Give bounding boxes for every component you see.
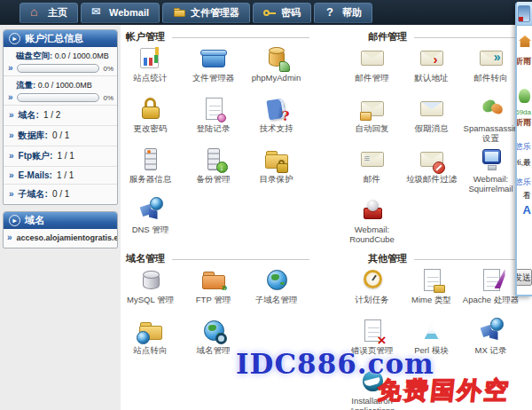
app-label: 邮件管理 — [356, 74, 389, 83]
monitor-stand-icon — [488, 165, 497, 170]
roundcube-icon — [357, 197, 387, 224]
lock-badge-icon — [277, 163, 288, 173]
envelope-vacation-icon — [417, 96, 447, 122]
app-webmail-roundcube[interactable]: Webmail: RoundCube — [342, 196, 402, 247]
app-login-records[interactable]: 登陆记录 — [182, 95, 245, 146]
globe-gear-icon — [199, 318, 229, 344]
nav-tab-label: 主页 — [48, 6, 67, 20]
app-label: 更改密码 — [134, 124, 168, 134]
section-rule — [414, 37, 520, 38]
bullet-arrow-icon: » — [8, 93, 13, 102]
folder-globe-icon — [136, 318, 166, 344]
app-cron-jobs[interactable]: 计划任务 — [342, 266, 402, 317]
app-label: 目录保护 — [260, 175, 293, 185]
section-other-management: 其他管理 计划任务 Mime 类型 Apache 处理器 错误页管理 Perl … — [342, 252, 520, 410]
stat-value: 0 / 1 — [52, 189, 69, 199]
app-ftp-manager[interactable]: FTP 管理 — [182, 266, 245, 317]
chat-fragment: Hi,最 — [515, 158, 531, 168]
app-tech-support[interactable]: 技术支持 — [245, 95, 308, 146]
app-installatron[interactable]: Installatron Applications — [342, 367, 402, 410]
nav-tab-home[interactable]: 主页 — [20, 3, 78, 23]
folder-lock-icon — [262, 146, 292, 173]
nav-tab-label: 文件管理器 — [191, 6, 239, 20]
envelope-icon — [357, 45, 387, 72]
globe-badge-icon — [137, 331, 150, 344]
app-grid: 邮件管理 默认地址 邮件转向 自动回复 假期消息 Spamassassin 设置… — [342, 44, 520, 247]
app-apache-handlers[interactable]: Apache 处理器 — [461, 266, 520, 317]
app-mail-manager[interactable]: 邮件管理 — [342, 44, 402, 95]
globe-badge-icon — [150, 197, 163, 210]
app-spamassassin-settings[interactable]: Spamassassin 设置 — [461, 95, 520, 146]
section-rule — [414, 259, 520, 260]
app-label: 计划任务 — [356, 296, 389, 305]
nav-tab-password[interactable]: 密码 — [253, 3, 311, 23]
app-file-manager[interactable]: 文件管理器 — [182, 44, 245, 95]
app-change-password[interactable]: 更改密码 — [119, 95, 182, 146]
app-default-address[interactable]: 默认地址 — [402, 44, 461, 95]
app-domain-manager[interactable]: 域名管理 — [182, 317, 245, 367]
app-spam-filter[interactable]: 垃圾邮件过滤 — [402, 146, 461, 196]
app-dns-manager[interactable]: DNS 管理 — [119, 196, 182, 247]
monitor-icon — [476, 146, 506, 173]
section-mail-management: 邮件管理 邮件管理 默认地址 邮件转向 自动回复 假期消息 Spamassass… — [342, 30, 520, 247]
app-label: 服务器信息 — [129, 175, 172, 185]
app-mail[interactable]: 邮件 — [342, 146, 402, 196]
sail-badge-icon — [279, 61, 290, 72]
nav-tab-file-manager[interactable]: 文件管理器 — [162, 3, 250, 23]
nav-tab-webmail[interactable]: Webmail — [81, 3, 160, 23]
qq-titlebar[interactable] — [517, 2, 532, 26]
chat-font-button[interactable]: A — [523, 203, 531, 217]
app-directory-protection[interactable]: 目录保护 — [245, 146, 308, 196]
section-title: 邮件管理 — [368, 30, 407, 43]
app-site-redirect[interactable]: 站点转向 — [119, 317, 182, 367]
domain-item[interactable]: » acceso.alojamientogratis.es — [4, 229, 117, 248]
app-grid: MySQL 管理 FTP 管理 子域名管理 站点转向 域名管理 — [119, 266, 309, 367]
section-account-management: 帐户管理 站点统计 文件管理器 phpMyAdmin 更改密码 登陆记录 技术支… — [119, 30, 309, 247]
nav-tab-label: 密码 — [281, 6, 301, 20]
green-arrow-badge-icon — [222, 282, 228, 293]
stat-row-emails: » E-Mails: 1 / 1 — [4, 167, 117, 185]
spamassassin-icon — [476, 96, 506, 122]
app-webmail-squirrelmail[interactable]: Webmail: Squirrelmail — [461, 146, 520, 196]
app-mysql-manager[interactable]: MySQL 管理 — [119, 266, 182, 317]
stat-row-domains: » 域名: 1 / 2 — [4, 106, 117, 126]
red-arrow-badge-icon — [434, 52, 438, 66]
bullet-arrow-icon: » — [9, 171, 14, 180]
lines-badge-icon — [364, 154, 370, 163]
server-backup-icon — [199, 146, 229, 173]
traffic-percent: 0% — [103, 94, 113, 102]
app-error-pages[interactable]: 错误页管理 — [342, 317, 402, 367]
app-perl-modules[interactable]: Perl 模块 — [402, 317, 461, 367]
app-vacation-message[interactable]: 假期消息 — [402, 95, 461, 146]
app-mail-forwarding[interactable]: 邮件转向 — [461, 44, 520, 95]
app-subdomain-manager[interactable]: 子域名管理 — [245, 266, 308, 317]
document-icon — [199, 96, 229, 122]
app-server-info[interactable]: 服务器信息 — [119, 146, 182, 196]
app-site-statistics[interactable]: 站点统计 — [119, 44, 182, 95]
avatar-icon — [519, 89, 530, 103]
computer-globe-icon — [476, 318, 506, 344]
app-label: 域名管理 — [197, 346, 231, 356]
app-mime-types[interactable]: Mime 类型 — [402, 266, 461, 317]
app-auto-reply[interactable]: 自动回复 — [342, 95, 402, 146]
chart-icon — [136, 45, 166, 72]
document-feather-icon — [476, 267, 506, 294]
app-label: Spamassassin 设置 — [461, 124, 520, 144]
document-x-icon — [357, 318, 387, 344]
app-phpmyadmin[interactable]: phpMyAdmin — [245, 44, 308, 95]
section-rule — [172, 37, 309, 38]
gear-badge-icon — [215, 333, 227, 344]
app-mx-records[interactable]: MX 记录 — [461, 317, 520, 367]
section-title: 其他管理 — [368, 252, 407, 265]
chat-fragment: 看 — [523, 191, 531, 201]
house-icon — [519, 35, 531, 47]
app-backup-manager[interactable]: 备份管理 — [182, 146, 245, 196]
section-domain-management: 域名管理 MySQL 管理 FTP 管理 子域名管理 站点转向 域名管理 — [119, 252, 309, 367]
qq-chat-window: 听雨 69da 听雨 悠乐 Hi,最 悠乐 看 A 发送 — [515, 2, 532, 296]
app-label: Webmail: RoundCube — [342, 225, 402, 245]
stat-row-databases: » 数据库: 0 / 1 — [4, 126, 117, 146]
nav-tab-help[interactable]: 帮助 — [314, 3, 372, 23]
chat-send-button[interactable]: 发送 — [515, 269, 532, 286]
stat-label: E-Mails: — [19, 170, 52, 180]
arrow-circle-icon: ▸ — [9, 215, 20, 226]
